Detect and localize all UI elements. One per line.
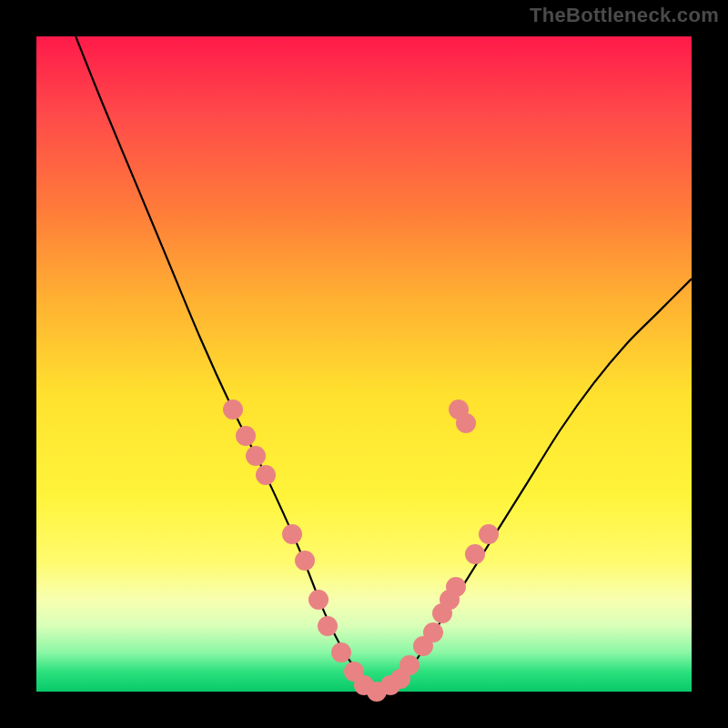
highlight-point <box>331 642 351 662</box>
plot-area <box>36 36 692 692</box>
highlight-point <box>399 655 420 675</box>
chart-stage: TheBottleneck.com <box>0 0 728 728</box>
highlight-point <box>246 446 266 466</box>
highlight-point <box>308 590 329 610</box>
highlight-point <box>236 426 256 446</box>
curve-svg <box>36 36 692 692</box>
highlight-point <box>465 544 485 564</box>
highlight-point <box>479 524 499 544</box>
bottleneck-curve <box>76 36 692 692</box>
highlight-point <box>423 622 443 642</box>
highlight-point <box>282 524 302 544</box>
highlight-point <box>456 413 476 433</box>
highlight-point <box>446 577 466 597</box>
highlight-point <box>295 551 315 571</box>
highlight-point <box>256 465 276 485</box>
highlight-point <box>223 399 243 420</box>
watermark-text: TheBottleneck.com <box>530 5 719 25</box>
highlight-point <box>318 616 338 636</box>
